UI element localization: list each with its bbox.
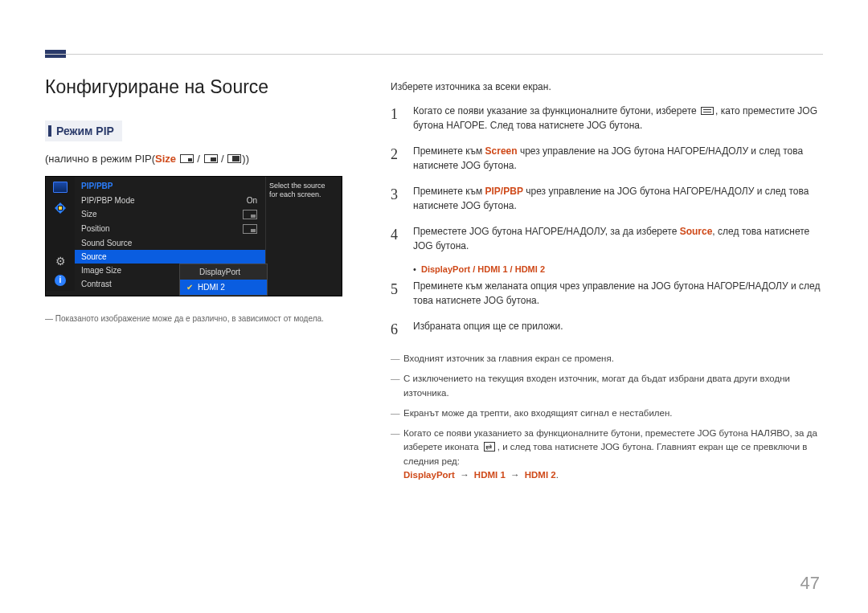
pip-size-large-icon [227, 154, 241, 163]
page-number: 47 [800, 573, 820, 594]
osd-screenshot: ⚙ i PIP/PBP PIP/PBP ModeOn Size [45, 176, 342, 296]
osd-item-position: Position [75, 222, 265, 236]
osd-header: PIP/PBP [75, 177, 265, 194]
osd-item-sound: Sound Source [75, 236, 265, 250]
note-3: Екранът може да трепти, ако входящият си… [391, 407, 823, 420]
osd-item-size: Size [75, 207, 265, 222]
step-6: 6 Избраната опция ще се приложи. [391, 319, 823, 341]
pip-thumb-icon [243, 210, 257, 219]
osd-submenu: DisplayPort ✔HDMI 2 [179, 264, 268, 296]
screen-icon [53, 182, 68, 193]
osd-tip: Select the source for each screen. [265, 177, 342, 291]
model-footnote: Показаното изображение може да е различн… [45, 314, 358, 323]
step-3: 3 Преминете към PIP/PBP чрез управление … [391, 184, 823, 213]
pip-pos-icon [243, 224, 257, 234]
step-5: 5 Преминете към желаната опция чрез упра… [391, 279, 823, 308]
osd-item-source: Source [75, 250, 265, 264]
note-1: Входният източник за главния екран се пр… [391, 352, 823, 366]
page-title: Конфигуриране на Source [45, 76, 358, 98]
header-rule [45, 54, 823, 55]
notes-list: Входният източник за главния екран се пр… [391, 352, 823, 482]
gear-icon: ⚙ [53, 255, 68, 267]
info-icon: i [55, 275, 66, 286]
swap-icon [484, 442, 495, 452]
note-4: Когато се появи указанието за функционал… [391, 427, 823, 482]
availability-line: (налично в режим PIP(Size / / )) [45, 153, 358, 165]
nav-icon [53, 201, 68, 215]
osd-sub-displayport: DisplayPort [180, 264, 267, 280]
menu-icon [701, 107, 714, 115]
osd-item-mode: PIP/PBP ModeOn [75, 194, 265, 207]
pip-size-medium-icon [204, 154, 218, 163]
intro-text: Изберете източника за всеки екран. [391, 81, 823, 92]
pip-size-small-icon [180, 154, 194, 163]
osd-sub-hdmi2: ✔HDMI 2 [180, 280, 267, 295]
step-2: 2 Преминете към Screen чрез управление н… [391, 144, 823, 173]
options-bullet: • DisplayPort / HDMI 1 / HDMI 2 [413, 264, 823, 274]
note-2: С изключението на текущия входен източни… [391, 372, 823, 400]
step-4: 4 Преместете JOG бутона НАГОРЕ/НАДОЛУ, з… [391, 224, 823, 253]
mode-badge: Режим PIP [45, 121, 122, 141]
osd-sidebar: ⚙ i [46, 177, 75, 291]
check-icon: ✔ [186, 283, 193, 292]
step-1: 1 Когато се появи указание за функционал… [391, 104, 823, 133]
mode-label: Режим PIP [56, 125, 114, 137]
